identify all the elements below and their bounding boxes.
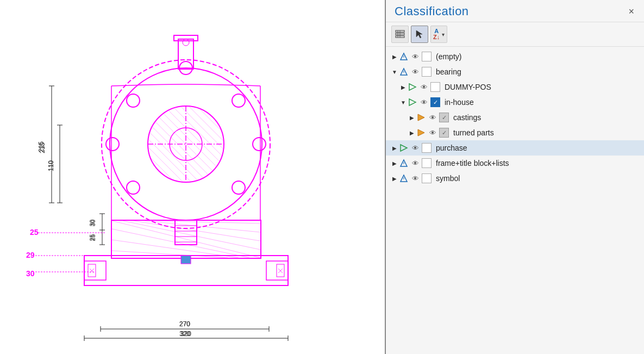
toolbar: A Z↓ ▾ bbox=[386, 22, 644, 47]
panel-header: Classification × bbox=[386, 0, 644, 22]
dropdown-arrow: ▾ bbox=[442, 32, 445, 38]
cat-icon-symbol bbox=[399, 173, 409, 183]
expand-castings[interactable]: ▶ bbox=[408, 113, 416, 122]
az-sort-button[interactable]: A Z↓ ▾ bbox=[430, 26, 447, 43]
svg-marker-106 bbox=[409, 99, 416, 105]
svg-text:30: 30 bbox=[26, 269, 35, 278]
label-castings: castings bbox=[453, 113, 481, 122]
svg-line-56 bbox=[148, 123, 207, 182]
svg-line-37 bbox=[145, 221, 260, 232]
svg-rect-25 bbox=[88, 264, 96, 277]
checkbox-symbol[interactable] bbox=[422, 173, 432, 183]
svg-line-53 bbox=[205, 107, 223, 125]
eye-frame-title[interactable]: 👁 bbox=[410, 159, 421, 167]
cat-icon-turned-parts bbox=[416, 128, 426, 138]
tree-item-purchase[interactable]: ▶ 👁 purchase bbox=[386, 140, 644, 156]
checkbox-frame-title[interactable] bbox=[422, 158, 432, 168]
svg-line-47 bbox=[157, 107, 223, 173]
cat-icon-bearing bbox=[399, 67, 409, 77]
svg-text:270: 270 bbox=[179, 320, 190, 328]
cat-icon-purchase bbox=[399, 143, 409, 153]
expand-in-house[interactable]: ▼ bbox=[399, 98, 408, 107]
cursor-icon bbox=[415, 29, 424, 39]
svg-point-74 bbox=[183, 39, 189, 46]
tree-item-dummy-pos[interactable]: ▶ 👁 DUMMY-POS bbox=[395, 79, 644, 95]
expand-empty[interactable]: ▶ bbox=[390, 52, 399, 61]
expand-dummy-pos[interactable]: ▶ bbox=[399, 83, 408, 91]
eye-purchase[interactable]: 👁 bbox=[410, 144, 421, 152]
checkbox-bearing[interactable] bbox=[422, 67, 432, 77]
tree-item-castings[interactable]: ▶ 👁 castings bbox=[403, 110, 644, 125]
tree-item-symbol[interactable]: ▶ 👁 symbol bbox=[386, 171, 644, 186]
svg-rect-73 bbox=[174, 35, 198, 41]
svg-point-66 bbox=[127, 94, 140, 107]
svg-text:320: 320 bbox=[179, 330, 190, 338]
expand-purchase[interactable]: ▶ bbox=[390, 144, 399, 152]
technical-drawing: 215 110 30 25 270 320 bbox=[5, 5, 380, 348]
drawing-area: 215 110 30 25 270 320 bbox=[0, 0, 386, 354]
svg-point-67 bbox=[232, 94, 245, 107]
checkbox-castings[interactable] bbox=[439, 113, 449, 122]
svg-line-39 bbox=[112, 229, 249, 258]
eye-empty[interactable]: 👁 bbox=[410, 52, 421, 61]
cat-icon-empty bbox=[399, 52, 409, 61]
svg-text:110: 110 bbox=[47, 160, 55, 171]
svg-rect-28 bbox=[266, 261, 288, 280]
close-button[interactable]: × bbox=[625, 5, 637, 17]
eye-turned-parts[interactable]: 👁 bbox=[427, 128, 438, 137]
svg-line-48 bbox=[165, 107, 223, 165]
layers-button[interactable] bbox=[391, 26, 409, 43]
eye-in-house[interactable]: 👁 bbox=[418, 98, 429, 107]
checkbox-in-house[interactable] bbox=[430, 97, 440, 107]
svg-point-71 bbox=[232, 181, 245, 194]
expand-frame-title[interactable]: ▶ bbox=[390, 159, 399, 167]
svg-text:29: 29 bbox=[26, 251, 35, 259]
label-empty: (empty) bbox=[436, 52, 461, 61]
tree-item-frame-title[interactable]: ▶ 👁 frame+title block+lists bbox=[386, 156, 644, 171]
svg-point-70 bbox=[127, 181, 140, 194]
svg-text:30: 30 bbox=[89, 220, 95, 226]
svg-line-52 bbox=[197, 107, 223, 133]
checkbox-empty[interactable] bbox=[422, 52, 432, 61]
svg-line-62 bbox=[148, 172, 158, 182]
svg-line-61 bbox=[148, 164, 166, 182]
label-bearing: bearing bbox=[436, 67, 461, 76]
expand-symbol[interactable]: ▶ bbox=[390, 174, 399, 183]
svg-line-49 bbox=[173, 107, 223, 157]
svg-line-57 bbox=[148, 131, 199, 182]
sort-select-button[interactable] bbox=[411, 26, 428, 43]
label-symbol: symbol bbox=[436, 174, 460, 183]
svg-text:25: 25 bbox=[89, 234, 95, 241]
eye-bearing[interactable]: 👁 bbox=[410, 67, 421, 76]
svg-rect-29 bbox=[277, 264, 284, 277]
svg-line-54 bbox=[214, 107, 223, 116]
svg-point-69 bbox=[253, 138, 266, 151]
cat-icon-in-house bbox=[408, 97, 417, 107]
svg-line-35 bbox=[123, 221, 260, 250]
layers-icon bbox=[395, 29, 405, 39]
eye-dummy-pos[interactable]: 👁 bbox=[418, 83, 429, 91]
svg-marker-109 bbox=[401, 145, 407, 151]
svg-point-68 bbox=[106, 138, 119, 151]
cat-icon-frame-title bbox=[399, 158, 409, 168]
svg-line-60 bbox=[148, 156, 174, 182]
svg-line-55 bbox=[148, 115, 215, 182]
tree-item-in-house[interactable]: ▼ 👁 in-house bbox=[395, 95, 644, 110]
svg-line-41 bbox=[112, 251, 228, 258]
cat-icon-castings bbox=[416, 113, 426, 122]
label-turned-parts: turned parts bbox=[453, 128, 494, 137]
checkbox-purchase[interactable] bbox=[422, 143, 432, 153]
tree-item-turned-parts[interactable]: ▶ 👁 turned parts bbox=[403, 125, 644, 140]
label-purchase: purchase bbox=[436, 144, 467, 152]
eye-symbol[interactable]: 👁 bbox=[410, 174, 421, 183]
svg-marker-105 bbox=[409, 84, 416, 90]
tree-item-empty[interactable]: ▶ 👁 (empty) bbox=[386, 49, 644, 64]
checkbox-dummy-pos[interactable] bbox=[430, 82, 440, 92]
svg-rect-24 bbox=[84, 261, 106, 280]
expand-turned-parts[interactable]: ▶ bbox=[408, 128, 416, 137]
expand-bearing[interactable]: ▼ bbox=[390, 67, 399, 76]
tree-item-bearing[interactable]: ▼ 👁 bearing bbox=[386, 64, 644, 79]
eye-castings[interactable]: 👁 bbox=[427, 113, 438, 122]
checkbox-turned-parts[interactable] bbox=[439, 128, 449, 138]
svg-rect-81 bbox=[181, 256, 191, 264]
